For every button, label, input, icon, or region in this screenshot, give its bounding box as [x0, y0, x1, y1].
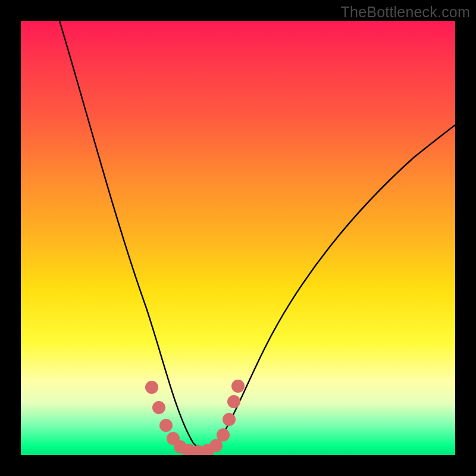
highlight-dot — [223, 413, 236, 426]
watermark-text: TheBottleneck.com — [341, 4, 470, 21]
highlight-dot — [159, 419, 173, 432]
highlight-dot — [209, 439, 223, 452]
highlight-dot — [217, 428, 230, 441]
highlight-dot — [145, 381, 158, 394]
highlight-dot — [231, 380, 245, 393]
plot-area — [21, 21, 455, 455]
bottleneck-curve-svg — [21, 21, 455, 455]
outer-frame: TheBottleneck.com — [0, 0, 476, 476]
highlight-dot — [227, 395, 240, 408]
bottleneck-curve — [60, 21, 455, 450]
highlight-dot — [152, 401, 165, 414]
